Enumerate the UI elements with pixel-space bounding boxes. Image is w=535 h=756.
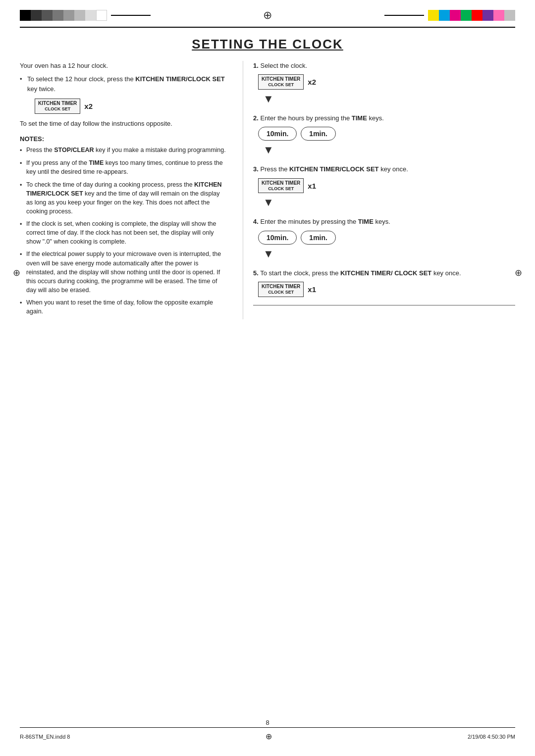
step3-arrow: ▼ xyxy=(263,196,515,209)
step1-arrow: ▼ xyxy=(263,93,515,105)
to-set-text: To set the time of day follow the instru… xyxy=(20,119,228,129)
step-2-text: 2. Enter the hours by pressing the TIME … xyxy=(253,113,515,123)
page-number: 8 xyxy=(0,719,535,726)
step4-arrow: ▼ xyxy=(263,248,515,260)
intro-text: Your oven has a 12 hour clock. xyxy=(20,61,228,71)
step-1: 1. Select the clock. KITCHEN TIMER CLOCK… xyxy=(253,61,515,105)
file-info: R-86STM_EN.indd 8 xyxy=(20,734,70,740)
note-item-5: • If the electrical power supply to your… xyxy=(20,250,228,295)
right-col-bottom-line xyxy=(253,305,515,305)
step-2: 2. Enter the hours by pressing the TIME … xyxy=(253,113,515,157)
step-3: 3. Press the KITCHEN TIMER/CLOCK SET key… xyxy=(253,164,515,209)
step-5: 5. To start the clock, press the KITCHEN… xyxy=(253,268,515,297)
key-with-x2-left: KITCHEN TIMER CLOCK SET x2 xyxy=(35,99,228,114)
note-item-4: • If the clock is set, when cooking is c… xyxy=(20,219,228,246)
left-column: Your oven has a 12 hour clock. • To sele… xyxy=(20,61,243,320)
header-lines xyxy=(0,27,535,28)
step2-btn-1min: 1min. xyxy=(301,127,336,141)
note-item-2: • If you press any of the TIME keys too … xyxy=(20,158,228,176)
step-4-text: 4. Enter the minutes by pressing the TIM… xyxy=(253,217,515,227)
color-strip-right xyxy=(384,10,515,21)
notes-section: NOTES: • Press the STOP/CLEAR key if you… xyxy=(20,135,228,316)
date-info: 2/19/08 4:50:30 PM xyxy=(468,734,515,740)
color-strip-left xyxy=(20,10,151,21)
step5-multiplier: x1 xyxy=(308,285,316,294)
right-column: 1. Select the clock. KITCHEN TIMER CLOCK… xyxy=(243,61,515,320)
bullet-dot: • xyxy=(20,74,25,94)
page-title-wrap: SETTING THE CLOCK xyxy=(0,37,535,52)
main-content: Your oven has a 12 hour clock. • To sele… xyxy=(0,61,535,320)
step3-multiplier: x1 xyxy=(308,182,316,190)
step-1-text: 1. Select the clock. xyxy=(253,61,515,71)
step4-btn-10min: 10min. xyxy=(258,231,297,245)
step4-time-buttons: 10min. 1min. xyxy=(258,231,515,245)
step-1-key-wrap: KITCHEN TIMER CLOCK SET x2 xyxy=(258,74,515,90)
step2-arrow: ▼ xyxy=(263,144,515,156)
footer-content: R-86STM_EN.indd 8 ⊕ 2/19/08 4:50:30 PM xyxy=(20,732,515,741)
intro-sentence: Your oven has a 12 hour clock. xyxy=(20,62,108,69)
bullet1-text: To select the 12 hour clock, press the K… xyxy=(27,74,228,94)
right-color-blocks xyxy=(428,10,515,21)
note-item-1: • Press the STOP/CLEAR key if you make a… xyxy=(20,146,228,155)
step-4: 4. Enter the minutes by pressing the TIM… xyxy=(253,217,515,260)
note-item-3: • To check the time of day during a cook… xyxy=(20,180,228,216)
step-3-text: 3. Press the KITCHEN TIMER/CLOCK SET key… xyxy=(253,164,515,174)
x2-label-left: x2 xyxy=(84,102,93,110)
step-5-text: 5. To start the clock, press the KITCHEN… xyxy=(253,268,515,278)
step1-multiplier: x2 xyxy=(308,78,316,86)
step2-btn-10min: 10min. xyxy=(258,127,297,141)
note-item-6: • When you want to reset the time of day… xyxy=(20,298,228,316)
registration-mark-top: ⊕ xyxy=(263,9,272,22)
footer-crosshair: ⊕ xyxy=(266,732,272,741)
crosshair-right: ⊕ xyxy=(515,267,522,278)
kitchen-timer-key-left: KITCHEN TIMER CLOCK SET xyxy=(35,99,80,114)
bullet-item-1: • To select the 12 hour clock, press the… xyxy=(20,74,228,94)
step-3-key-wrap: KITCHEN TIMER CLOCK SET x1 xyxy=(258,178,515,194)
crosshair-left: ⊕ xyxy=(13,267,20,278)
notes-list: • Press the STOP/CLEAR key if you make a… xyxy=(20,146,228,316)
step-5-key-wrap: KITCHEN TIMER CLOCK SET x1 xyxy=(258,282,515,297)
step3-key: KITCHEN TIMER CLOCK SET xyxy=(258,178,304,194)
page-title: SETTING THE CLOCK xyxy=(192,37,343,51)
footer-line xyxy=(20,727,515,728)
step2-time-buttons: 10min. 1min. xyxy=(258,127,515,141)
top-bar: ⊕ xyxy=(0,0,535,27)
step1-key: KITCHEN TIMER CLOCK SET xyxy=(258,74,304,90)
step4-btn-1min: 1min. xyxy=(301,231,336,245)
step5-key: KITCHEN TIMER CLOCK SET xyxy=(258,282,304,297)
footer: R-86STM_EN.indd 8 ⊕ 2/19/08 4:50:30 PM xyxy=(0,727,535,741)
notes-title: NOTES: xyxy=(20,135,228,143)
left-color-blocks xyxy=(20,10,107,21)
